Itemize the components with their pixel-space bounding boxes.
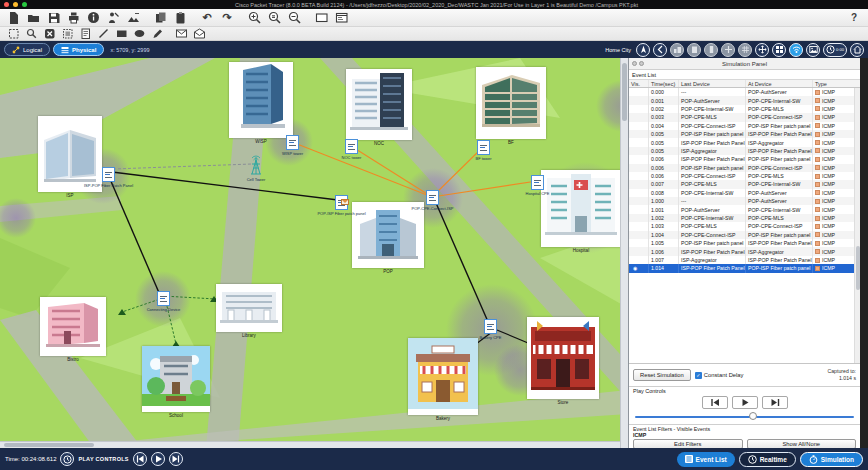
add-complex-pdu-icon[interactable] bbox=[191, 27, 209, 40]
place-note-tool-icon[interactable] bbox=[76, 27, 94, 40]
event-list-scrollbar[interactable] bbox=[854, 88, 860, 363]
device-node[interactable]: Bakery CPE bbox=[484, 319, 497, 334]
close-window-button[interactable] bbox=[4, 2, 9, 7]
step-forward-button[interactable] bbox=[762, 396, 788, 409]
simulation-mode-button[interactable]: Simulation bbox=[800, 452, 863, 467]
building-image[interactable]: Store bbox=[527, 317, 599, 399]
copy-icon[interactable] bbox=[150, 10, 170, 26]
print-icon[interactable] bbox=[63, 10, 83, 26]
fast-forward-button[interactable] bbox=[169, 452, 183, 466]
pdu-envelope-icon[interactable] bbox=[341, 199, 349, 205]
edit-grid-button[interactable] bbox=[738, 43, 752, 57]
open-file-icon[interactable] bbox=[23, 10, 43, 26]
building-image[interactable]: NOC bbox=[346, 69, 412, 140]
device-node[interactable]: WISP tower bbox=[286, 135, 299, 150]
physical-workspace-canvas[interactable]: ISP WISP NOC BF POP Hospital bbox=[0, 58, 628, 448]
select-tool-icon[interactable] bbox=[4, 27, 22, 40]
info-icon[interactable] bbox=[83, 10, 103, 26]
event-list-row[interactable]: 1.014 ISP-POP Fiber Patch Panel POP-ISP … bbox=[629, 264, 860, 272]
reset-simulation-button[interactable]: Reset Simulation bbox=[633, 369, 691, 381]
zoom-out-icon[interactable] bbox=[284, 10, 304, 26]
zoom-in-icon[interactable] bbox=[244, 10, 264, 26]
step-back-button[interactable] bbox=[702, 396, 728, 409]
event-list-toggle-button[interactable]: Event List bbox=[677, 452, 735, 467]
event-list-row[interactable]: 0.005 ISP-POP Fiber Patch Panel ISP-Aggr… bbox=[629, 138, 860, 146]
new-building-button[interactable] bbox=[687, 43, 701, 57]
event-list-row[interactable]: 1.006 ISP-POP Fiber Patch Panel ISP-Aggr… bbox=[629, 247, 860, 255]
new-closet-button[interactable] bbox=[704, 43, 718, 57]
play-button[interactable] bbox=[732, 396, 758, 409]
rewind-button[interactable] bbox=[133, 452, 147, 466]
event-list-row[interactable]: 0.006 ISP-POP Fiber Patch Panel POP-ISP … bbox=[629, 155, 860, 163]
delete-tool-icon[interactable] bbox=[40, 27, 58, 40]
event-list-row[interactable]: 0.008 POP-CPE-Internal-SW POP-AuthServer… bbox=[629, 189, 860, 197]
event-list-row[interactable]: 1.004 POP-CPE-Connect-ISP POP-ISP Fiber … bbox=[629, 231, 860, 239]
event-list-row[interactable]: 0.005 ISP-Aggregator ISP-POP Fiber Patch… bbox=[629, 147, 860, 155]
zoom-reset-icon[interactable] bbox=[264, 10, 284, 26]
move-button[interactable] bbox=[755, 43, 769, 57]
canvas-horizontal-scrollbar[interactable] bbox=[0, 441, 620, 448]
slider-knob[interactable] bbox=[749, 412, 757, 420]
device-node-with-pdu[interactable]: POP-ISP Fiber patch panel bbox=[335, 195, 348, 210]
tab-logical[interactable]: Logical bbox=[4, 43, 50, 56]
save-icon[interactable] bbox=[43, 10, 63, 26]
event-list-row[interactable]: 0.001 POP-AuthServer POP-CPE-Internal-SW… bbox=[629, 96, 860, 104]
play-speed-slider[interactable] bbox=[633, 411, 856, 422]
play-pause-button[interactable] bbox=[151, 452, 165, 466]
building-image[interactable]: Bistro bbox=[40, 297, 106, 356]
new-file-icon[interactable] bbox=[3, 10, 23, 26]
navigation-button[interactable] bbox=[636, 43, 650, 57]
event-list-row[interactable]: 0.007 POP-CPE-MLS POP-CPE-Internal-SW IC… bbox=[629, 180, 860, 188]
tab-physical[interactable]: Physical bbox=[53, 43, 104, 56]
device-node[interactable]: Connecting Device bbox=[157, 291, 170, 306]
wireless-button[interactable] bbox=[789, 43, 803, 57]
constant-delay-checkbox[interactable]: ✓ bbox=[695, 372, 702, 379]
building-image[interactable]: WISP bbox=[229, 62, 293, 138]
environment-clock-button[interactable]: 0:00 bbox=[823, 43, 847, 57]
custom-devices-dialog-icon[interactable] bbox=[331, 10, 351, 26]
clock-icon[interactable] bbox=[60, 452, 74, 466]
device-node[interactable]: Hospital CPE bbox=[531, 175, 544, 190]
event-list-row[interactable]: 0.002 POP-CPE-Internal-SW POP-CPE-MLS IC… bbox=[629, 105, 860, 113]
event-list-row[interactable]: 0.004 POP-CPE-Connect-ISP POP-ISP Fiber … bbox=[629, 122, 860, 130]
undo-icon[interactable]: ↶ bbox=[197, 10, 217, 26]
draw-freeform-tool-icon[interactable] bbox=[148, 27, 166, 40]
home-button[interactable] bbox=[850, 43, 864, 57]
event-list-row[interactable]: 0.006 POP-CPE-Connect-ISP POP-CPE-MLS IC… bbox=[629, 172, 860, 180]
building-image[interactable]: Hospital bbox=[541, 170, 621, 247]
back-button[interactable] bbox=[653, 43, 667, 57]
new-city-button[interactable] bbox=[670, 43, 684, 57]
apps-grid-button[interactable] bbox=[772, 43, 786, 57]
event-list-row[interactable]: 0.000 --- POP-AuthServer ICMP bbox=[629, 88, 860, 96]
redo-icon[interactable]: ↷ bbox=[217, 10, 237, 26]
event-list-row[interactable]: 1.005 POP-ISP Fiber patch panel ISP-POP … bbox=[629, 239, 860, 247]
add-simple-pdu-icon[interactable] bbox=[173, 27, 191, 40]
help-icon[interactable]: ? bbox=[851, 12, 865, 23]
device-node[interactable]: NOC tower bbox=[345, 139, 358, 154]
move-object-button[interactable] bbox=[721, 43, 735, 57]
event-list-row[interactable]: 1.000 --- POP-AuthServer ICMP bbox=[629, 197, 860, 205]
event-list-row[interactable]: 0.005 POP-ISP Fiber patch panel ISP-POP … bbox=[629, 130, 860, 138]
event-list-row[interactable]: 0.003 POP-CPE-MLS POP-CPE-Connect-ISP IC… bbox=[629, 113, 860, 121]
inspect-tool-icon[interactable] bbox=[22, 27, 40, 40]
building-image[interactable]: BF bbox=[476, 67, 546, 139]
event-list-row[interactable]: 1.001 POP-AuthServer POP-CPE-Internal-SW… bbox=[629, 205, 860, 213]
activity-wizard-icon[interactable] bbox=[103, 10, 123, 26]
network-view-icon[interactable] bbox=[123, 10, 143, 26]
event-list-table[interactable]: 0.000 --- POP-AuthServer ICMP 0.001 POP-… bbox=[629, 88, 860, 364]
building-image[interactable]: School bbox=[142, 346, 210, 412]
canvas-vertical-scrollbar[interactable] bbox=[620, 58, 628, 448]
building-image[interactable]: ISP bbox=[38, 116, 102, 192]
minimize-window-button[interactable] bbox=[13, 2, 18, 7]
building-image[interactable]: Library bbox=[216, 284, 282, 332]
event-list-row[interactable]: 1.007 ISP-Aggregator ISP-POP Fiber Patch… bbox=[629, 256, 860, 264]
building-image[interactable]: Bakery bbox=[408, 338, 478, 415]
set-background-button[interactable] bbox=[806, 43, 820, 57]
resize-shape-tool-icon[interactable] bbox=[58, 27, 76, 40]
device-node[interactable]: BF tower bbox=[477, 140, 490, 155]
drawing-palette-icon[interactable] bbox=[311, 10, 331, 26]
event-list-row[interactable]: 1.002 POP-CPE-Internal-SW POP-CPE-MLS IC… bbox=[629, 214, 860, 222]
draw-line-tool-icon[interactable] bbox=[94, 27, 112, 40]
cell-tower[interactable]: Cell Tower bbox=[247, 155, 265, 181]
paste-icon[interactable] bbox=[170, 10, 190, 26]
